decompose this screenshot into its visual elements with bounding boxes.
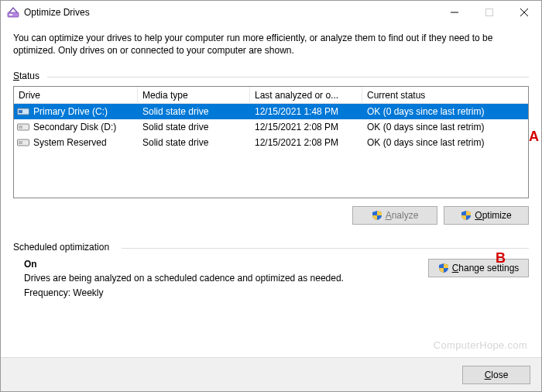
last-analyzed: 12/15/2021 2:08 PM <box>250 122 362 132</box>
col-last-analyzed[interactable]: Last analyzed or o... <box>250 87 362 103</box>
media-type: Solid state drive <box>138 122 250 132</box>
change-settings-button[interactable]: Change settings <box>428 259 529 277</box>
analyze-button[interactable]: Analyze <box>352 206 437 225</box>
optimize-button[interactable]: Optimize <box>444 206 529 225</box>
drive-name: Primary Drive (C:) <box>33 106 108 117</box>
drives-table[interactable]: Drive Media type Last analyzed or o... C… <box>13 86 529 198</box>
col-media[interactable]: Media type <box>138 87 250 103</box>
current-status: OK (0 days since last retrim) <box>362 122 528 132</box>
current-status: OK (0 days since last retrim) <box>362 137 528 148</box>
svg-rect-9 <box>19 126 22 129</box>
watermark: ComputerHope.com <box>434 339 527 351</box>
maximize-button[interactable] <box>472 1 506 24</box>
shield-icon <box>438 263 449 273</box>
schedule-state: On <box>24 259 416 270</box>
close-dialog-button[interactable]: Close <box>462 366 530 384</box>
col-drive[interactable]: Drive <box>14 87 138 103</box>
svg-rect-11 <box>19 141 22 144</box>
table-header: Drive Media type Last analyzed or o... C… <box>14 87 528 104</box>
media-type: Solid state drive <box>138 137 250 148</box>
last-analyzed: 12/15/2021 2:08 PM <box>250 137 362 148</box>
drive-name: Secondary Disk (D:) <box>33 122 116 132</box>
table-row[interactable]: System Reserved Solid state drive 12/15/… <box>14 135 528 150</box>
close-button[interactable] <box>506 1 541 24</box>
schedule-desc: Drives are being analyzed on a scheduled… <box>24 273 416 284</box>
minimize-button[interactable] <box>437 1 472 24</box>
annotation-b: B <box>496 250 506 266</box>
last-analyzed: 12/15/2021 1:48 PM <box>250 106 362 117</box>
drive-icon <box>17 122 29 132</box>
current-status: OK (0 days since last retrim) <box>362 106 528 117</box>
drive-icon <box>17 138 29 147</box>
drive-name: System Reserved <box>33 137 107 148</box>
table-row[interactable]: Primary Drive (C:) Solid state drive 12/… <box>14 104 528 119</box>
status-label: Status <box>13 70 529 81</box>
annotation-a: A <box>529 129 539 145</box>
schedule-frequency: Frequency: Weekly <box>24 287 416 298</box>
app-icon <box>7 6 19 19</box>
scheduled-optimization-label: Scheduled optimization <box>13 242 529 253</box>
footer: Close <box>1 357 541 391</box>
col-current-status[interactable]: Current status <box>362 87 528 103</box>
description-text: You can optimize your drives to help you… <box>13 32 529 57</box>
table-row[interactable]: Secondary Disk (D:) Solid state drive 12… <box>14 119 528 135</box>
drive-icon <box>17 107 29 116</box>
window-title: Optimize Drives <box>24 7 90 18</box>
shield-icon <box>461 210 472 221</box>
media-type: Solid state drive <box>138 106 250 117</box>
svg-rect-3 <box>485 9 492 16</box>
shield-icon <box>372 210 382 221</box>
title-bar: Optimize Drives <box>1 1 541 24</box>
svg-rect-7 <box>19 110 22 113</box>
svg-rect-1 <box>9 14 12 15</box>
